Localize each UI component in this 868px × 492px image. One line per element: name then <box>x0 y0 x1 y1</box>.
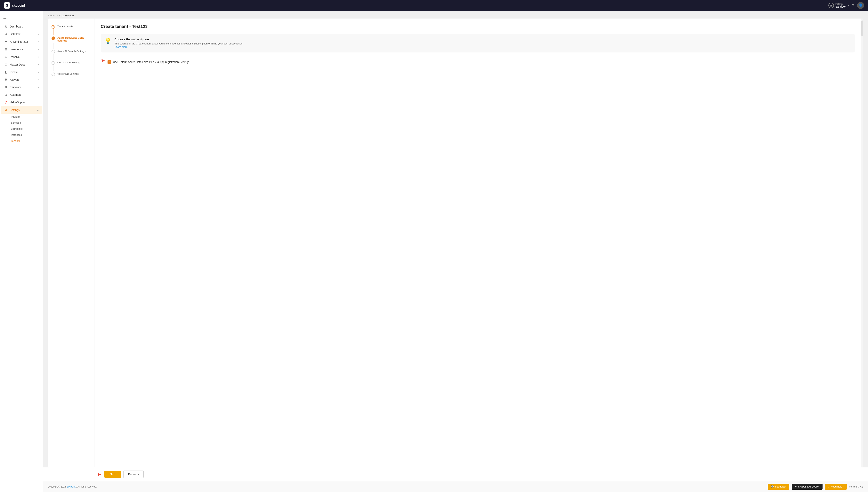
ai-configurator-icon: ✦ <box>4 40 8 44</box>
sidebar-item-master-data[interactable]: ⊙ Master Data › <box>1 60 42 68</box>
feedback-button[interactable]: 💬 Feedback <box>768 484 789 490</box>
red-arrow-checkbox: ➤ <box>101 57 105 64</box>
info-box-text: Choose the subscription. The settings in… <box>115 38 242 49</box>
chevron-icon: › <box>38 40 39 43</box>
sidebar-item-ai-configurator[interactable]: ✦ AI Configurator › <box>1 38 42 45</box>
footer-action-buttons: 💬 Feedback ✦ Skypoint AI Copilot ? Need … <box>768 484 863 490</box>
sidebar-sub-item-instances[interactable]: Instances <box>9 132 43 138</box>
footer-rights: . All rights reserved. <box>76 485 97 488</box>
copilot-label: Skypoint AI Copilot <box>798 485 819 488</box>
needhelp-label: Need help? <box>830 485 844 488</box>
sidebar-item-resolve[interactable]: ⊕ Resolve › <box>1 53 42 60</box>
sidebar-item-automate[interactable]: ⚙ Automate <box>1 91 42 98</box>
wizard-step-cosmos-db[interactable]: Cosmos DB Settings <box>51 59 90 66</box>
sidebar-item-label: Automate <box>10 93 39 96</box>
help-support-icon: ❓ <box>4 100 8 104</box>
sidebar-item-activate[interactable]: ✺ Activate › <box>1 76 42 83</box>
breadcrumb-parent[interactable]: Tenant <box>48 14 55 17</box>
sidebar-item-label: Predict <box>10 71 36 74</box>
chevron-icon: › <box>38 33 39 35</box>
help-icon[interactable]: ? <box>852 3 854 8</box>
sidebar-item-label: Master Data <box>10 63 36 66</box>
sidebar-item-empower[interactable]: ⛨ Empower › <box>1 83 42 91</box>
step-label-tenant-details: Tenant details <box>57 25 73 28</box>
step-circle-vector-db <box>51 73 55 76</box>
footer-brand-link[interactable]: Skypoint <box>67 485 75 488</box>
feedback-label: Feedback <box>775 485 786 488</box>
chevron-icon: › <box>38 78 39 81</box>
need-help-button[interactable]: ? Need help? <box>825 484 847 490</box>
chevron-icon: › <box>38 71 39 74</box>
main-layout: ☰ ◎ Dashboard ⇄ Dataflow › ✦ AI Configur… <box>0 11 868 492</box>
wizard-scrollbar[interactable] <box>861 19 863 467</box>
dashboard-icon: ◎ <box>4 25 8 28</box>
sidebar-sub-item-platform[interactable]: Platform <box>9 114 43 120</box>
previous-button[interactable]: Previous <box>123 471 144 478</box>
instance-selector[interactable]: ⊟ Instance Sandbox ▾ <box>828 3 849 8</box>
activate-icon: ✺ <box>4 78 8 81</box>
step-label-vector-db: Vector DB Settings <box>57 72 79 75</box>
instance-name: Sandbox <box>836 5 846 8</box>
scroll-thumb <box>861 21 863 36</box>
top-navbar: S skypoint ⊟ Instance Sandbox ▾ ? 👤 <box>0 0 868 11</box>
sidebar-item-label: Activate <box>10 78 36 81</box>
wizard-step-tenant-details[interactable]: Tenant details <box>51 23 90 30</box>
breadcrumb: Tenant > Create tenant <box>43 11 868 19</box>
content-area: Tenant > Create tenant Tenant details <box>43 11 868 492</box>
sidebar-item-lakehouse[interactable]: ⊞ Lakehouse › <box>1 45 42 53</box>
instance-text: Instance Sandbox <box>836 3 846 8</box>
red-arrow-next: ➤ <box>97 471 101 477</box>
step-circle-cosmos-db <box>51 61 55 65</box>
version-text: Version: 7.4.1 <box>849 485 863 488</box>
sidebar-item-predict[interactable]: ◧ Predict › <box>1 68 42 76</box>
step-label-azure-data-lake: Azure Data Lake Gen2 settings <box>57 36 90 42</box>
page-footer: Copyright © 2024 Skypoint . All rights r… <box>43 481 868 492</box>
checkbox-row: Use Default Azure Data Lake Gen 2 & App … <box>108 60 189 64</box>
sidebar-item-settings[interactable]: ⚙ Settings ∧ <box>1 106 42 114</box>
wizard-step-azure-ai-search[interactable]: Azure AI Search Settings <box>51 48 90 55</box>
empower-icon: ⛨ <box>4 85 8 89</box>
step-label-azure-ai-search: Azure AI Search Settings <box>57 50 86 53</box>
copilot-button[interactable]: ✦ Skypoint AI Copilot <box>792 484 823 490</box>
chevron-icon: › <box>38 63 39 66</box>
wizard-step-vector-db[interactable]: Vector DB Settings <box>51 71 90 78</box>
breadcrumb-current: Create tenant <box>59 14 74 17</box>
sidebar-sub-item-schedule[interactable]: Schedule <box>9 120 43 126</box>
chevron-icon: › <box>38 48 39 51</box>
checkbox-label: Use Default Azure Data Lake Gen 2 & App … <box>113 60 189 64</box>
sidebar-item-help-support[interactable]: ❓ Help+Support <box>1 98 42 106</box>
nav-brand-section: S skypoint <box>4 2 25 8</box>
footer-copyright: Copyright © 2024 Skypoint . All rights r… <box>48 485 97 488</box>
resolve-icon: ⊕ <box>4 55 8 59</box>
sidebar-sub-item-billing-info[interactable]: Billing Info <box>9 126 43 132</box>
needhelp-icon: ? <box>828 485 829 488</box>
next-button[interactable]: Next <box>104 471 121 478</box>
wizard-main-content: Create tenant - Test123 💡 Choose the sub… <box>94 19 861 467</box>
checkbox-section: ➤ Use Default Azure Data Lake Gen 2 & Ap… <box>101 57 855 64</box>
wizard-button-row: ➤ Next Previous <box>43 467 868 481</box>
sidebar-item-label: Empower <box>10 85 36 89</box>
learn-more-link[interactable]: Learn more <box>115 45 127 48</box>
sidebar-item-label: Dashboard <box>10 25 39 28</box>
nav-right-section: ⊟ Instance Sandbox ▾ ? 👤 <box>828 2 864 9</box>
default-settings-checkbox[interactable] <box>108 60 111 64</box>
sidebar-sub-item-tenants[interactable]: Tenants <box>9 138 43 144</box>
lakehouse-icon: ⊞ <box>4 47 8 51</box>
hamburger-icon: ☰ <box>3 15 7 20</box>
sidebar-item-label: Settings <box>10 108 35 112</box>
user-avatar[interactable]: 👤 <box>857 2 864 9</box>
predict-icon: ◧ <box>4 70 8 74</box>
sidebar-item-dashboard[interactable]: ◎ Dashboard <box>1 23 42 30</box>
sidebar-item-label: Dataflow <box>10 32 36 36</box>
sidebar-toggle[interactable]: ☰ <box>0 13 43 21</box>
wizard-step-azure-data-lake[interactable]: Azure Data Lake Gen2 settings <box>51 34 90 44</box>
sidebar-item-label: AI Configurator <box>10 40 36 43</box>
copyright-text: Copyright © 2024 <box>48 485 66 488</box>
wizard-title: Create tenant - Test123 <box>101 24 855 29</box>
breadcrumb-separator: > <box>56 14 58 17</box>
step-circle-tenant-details <box>51 25 55 29</box>
instance-label: Instance <box>836 3 846 5</box>
chevron-icon: › <box>38 86 39 89</box>
sidebar-item-dataflow[interactable]: ⇄ Dataflow › <box>1 30 42 38</box>
info-box-title: Choose the subscription. <box>115 38 242 41</box>
